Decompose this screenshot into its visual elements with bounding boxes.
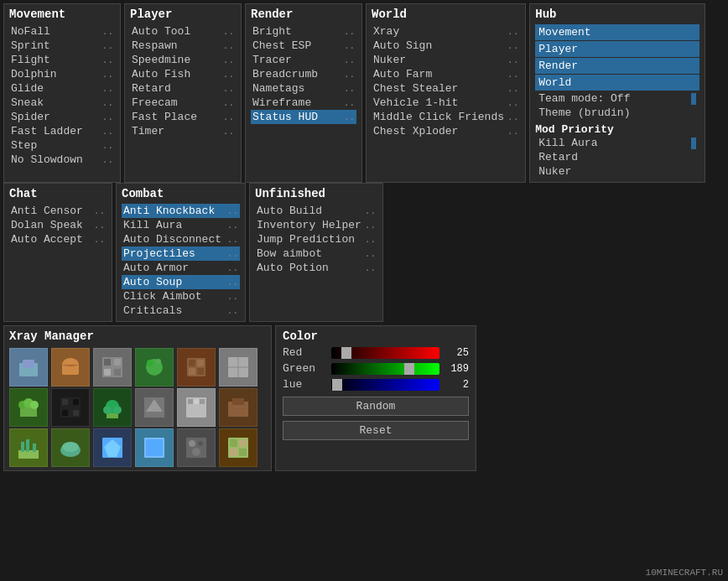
svg-rect-17 [197,368,204,375]
combat-killaura[interactable]: Kill Aura .. [122,218,240,232]
movement-nofall[interactable]: NoFall .. [9,24,115,39]
color-red-slider[interactable] [331,347,439,359]
hub-teammode[interactable]: Team mode: Off [535,91,699,106]
xray-item-0[interactable] [9,348,48,386]
combat-autoarmor[interactable]: Auto Armor .. [122,261,240,275]
movement-spider[interactable]: Spider .. [9,110,115,124]
color-random-button[interactable]: Random [283,397,469,416]
xray-item-12[interactable] [9,428,48,467]
xray-item-2[interactable] [93,348,132,386]
xray-item-11[interactable] [219,388,257,427]
movement-fastladder[interactable]: Fast Ladder .. [9,124,115,138]
hub-retard-priority[interactable]: Retard [535,150,699,164]
player-panel: Player Auto Tool .. Respawn .. Speedmine… [124,3,242,183]
xray-item-6[interactable] [9,388,48,427]
unfinished-inventoryhelper[interactable]: Inventory Helper .. [255,218,377,232]
combat-criticals[interactable]: Criticals .. [122,303,240,318]
world-autofarm[interactable]: Auto Farm .. [372,67,520,81]
movement-sneak[interactable]: Sneak .. [9,96,115,110]
svg-rect-5 [104,359,111,366]
svg-point-11 [156,359,161,364]
hub-nuker-priority[interactable]: Nuker [535,164,699,179]
combat-autodisconnect[interactable]: Auto Disconnect .. [122,232,240,246]
watermark: 10MINECRAFT.RU [646,568,723,578]
chat-title: Chat [9,187,107,200]
render-breadcrumb[interactable]: Breadcrumb .. [251,67,356,81]
chat-dolanspeak[interactable]: Dolan Speak .. [9,218,107,232]
hub-modpriority-title: Mod Priority [535,123,699,136]
render-chestesp[interactable]: Chest ESP .. [251,39,356,53]
world-cheststealer[interactable]: Chest Stealer .. [372,81,520,96]
world-xray[interactable]: Xray .. [372,24,520,39]
svg-point-55 [192,448,200,456]
render-tracer[interactable]: Tracer .. [251,53,356,67]
player-fastplace[interactable]: Fast Place .. [130,110,236,124]
xray-item-7[interactable] [51,388,90,427]
hub-panel: Hub Movement Player Render World Team mo… [529,3,705,183]
color-blue-slider[interactable] [331,379,439,391]
color-green-row: Green 189 [283,362,469,375]
xray-item-4[interactable] [177,348,216,386]
hub-killaura-priority[interactable]: Kill Aura [535,136,699,150]
xray-item-17[interactable] [219,428,257,467]
color-panel: Color Red 25 Green 189 lue 2 Random Rese… [275,325,476,471]
movement-sprint[interactable]: Sprint .. [9,39,115,53]
player-autotool[interactable]: Auto Tool .. [130,24,236,39]
xray-item-14[interactable] [93,428,132,467]
player-retard[interactable]: Retard .. [130,81,236,96]
xray-item-8[interactable] [93,388,132,427]
combat-projectiles[interactable]: Projectiles .. [122,246,240,261]
xray-item-5[interactable] [219,348,257,386]
hub-world[interactable]: World [535,75,699,91]
xray-item-1[interactable] [51,348,90,386]
movement-flight[interactable]: Flight .. [9,53,115,67]
xray-item-16[interactable] [177,428,216,467]
xray-item-13[interactable] [51,428,90,467]
svg-rect-1 [23,360,34,368]
hub-player[interactable]: Player [535,41,699,57]
xray-item-3[interactable] [135,348,174,386]
svg-point-33 [113,406,122,414]
world-middleclickfriends[interactable]: Middle Click Friends .. [372,110,520,124]
xray-item-9[interactable] [135,388,174,427]
color-green-slider[interactable] [331,363,439,375]
color-red-value: 25 [445,347,469,359]
render-wireframe[interactable]: Wireframe .. [251,96,356,110]
combat-clickaimbot[interactable]: Click Aimbot .. [122,289,240,303]
render-nametags[interactable]: Nametags .. [251,81,356,96]
hub-movement[interactable]: Movement [535,24,699,40]
unfinished-autopotion[interactable]: Auto Potion .. [255,261,377,275]
movement-glide[interactable]: Glide .. [9,81,115,96]
player-respawn[interactable]: Respawn .. [130,39,236,53]
color-reset-button[interactable]: Reset [283,421,469,440]
svg-point-54 [198,441,203,446]
world-nuker[interactable]: Nuker .. [372,53,520,67]
chat-anticensor[interactable]: Anti Censor .. [9,204,107,218]
movement-dolphin[interactable]: Dolphin .. [9,67,115,81]
combat-title: Combat [122,187,240,200]
render-statushud[interactable]: Status HUD .. [251,110,356,124]
movement-noslowdown[interactable]: No Slowdown .. [9,153,115,167]
xray-item-15[interactable] [135,428,174,467]
unfinished-bowaimbot[interactable]: Bow aimbot .. [255,246,377,261]
world-vehicle1hit[interactable]: Vehicle 1-hit .. [372,96,520,110]
svg-point-47 [62,442,79,452]
player-timer[interactable]: Timer .. [130,124,236,138]
player-autofish[interactable]: Auto Fish .. [130,67,236,81]
xray-item-10[interactable] [177,388,216,427]
combat-antiknockback[interactable]: Anti Knockback .. [122,204,240,218]
svg-rect-41 [232,398,244,405]
player-speedmine[interactable]: Speedmine .. [130,53,236,67]
world-chestxploder[interactable]: Chest Xploder .. [372,124,520,138]
color-red-label: Red [283,346,326,359]
player-freecam[interactable]: Freecam .. [130,96,236,110]
chat-autoaccept[interactable]: Auto Accept .. [9,232,107,246]
render-bright[interactable]: Bright .. [251,24,356,39]
world-autosign[interactable]: Auto Sign .. [372,39,520,53]
unfinished-autobuild[interactable]: Auto Build .. [255,204,377,218]
combat-autosoup[interactable]: Auto Soup .. [122,275,240,289]
movement-step[interactable]: Step .. [9,138,115,153]
unfinished-jumpprediction[interactable]: Jump Prediction .. [255,232,377,246]
hub-render[interactable]: Render [535,58,699,74]
hub-theme[interactable]: Theme (brudin) [535,106,699,120]
